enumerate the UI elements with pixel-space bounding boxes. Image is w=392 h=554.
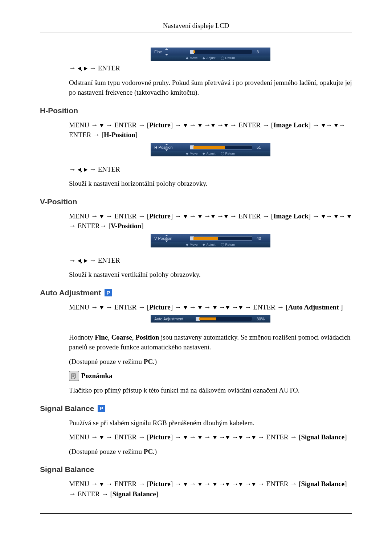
- osd-fine-label: Fine: [154, 50, 185, 54]
- auto-nav-path: MENU → → ENTER → [Picture] → → → → → → E…: [69, 302, 352, 312]
- osd-fine: Fine 3 ◆ Move ◆ Adjust ◯ Return: [151, 48, 270, 61]
- sig2-nav-path: MENU → → ENTER → [Picture] → → → → → → →…: [69, 479, 352, 499]
- pc-mode-badge-icon: P: [105, 289, 112, 296]
- triangle-right-icon: [84, 67, 87, 70]
- heading-h-position: H-Position: [40, 106, 352, 115]
- pc-mode-badge-icon: P: [98, 405, 105, 412]
- osd-vpos-slider: [190, 236, 252, 241]
- osd-hint-bar: ◆ Move ◆ Adjust ◯ Return: [151, 151, 270, 156]
- fine-description: Odstraní šum typu vodorovné pruhy. Pokud…: [69, 78, 352, 98]
- heading-signal-balance-1: Signal Balance P: [40, 404, 352, 413]
- sig1-nav-path: MENU → → ENTER → [Picture] → → → → → → →…: [69, 432, 352, 442]
- osd-auto: Auto Adjustment 30%: [151, 315, 270, 328]
- sig1-availability: (Dostupné pouze v režimu PC.): [69, 447, 352, 457]
- vpos-nav-path: MENU → → ENTER → [Picture] → → → → → ENT…: [69, 211, 352, 231]
- heading-v-position: V-Position: [40, 197, 352, 206]
- osd-auto-value: 30%: [257, 317, 267, 321]
- osd-fine-slider: [190, 50, 252, 54]
- fine-arrow-enter: → , → ENTER: [69, 63, 352, 73]
- osd-vpos-label: V-Position: [154, 236, 185, 241]
- osd-hpos-label: H-Position: [154, 145, 185, 149]
- note-label: Poznámka: [81, 372, 113, 380]
- auto-note-body: Tlačítko pro přímý přístup k této funkci…: [69, 385, 352, 395]
- auto-description: Hodnoty Fine, Coarse, Position jsou nast…: [69, 332, 352, 352]
- page-header-title: Nastavení displeje LCD: [40, 22, 352, 30]
- heading-signal-balance-2: Signal Balance: [40, 465, 352, 474]
- header-rule: [40, 33, 352, 33]
- osd-vpos: V-Position 40 ◆ Move ◆ Adjust ◯ Return: [151, 234, 270, 247]
- auto-availability: (Dostupné pouze v režimu PC.): [69, 357, 352, 367]
- osd-hint-bar: ◆ Move ◆ Adjust ◯ Return: [151, 56, 270, 61]
- hpos-description: Slouží k nastavení horizontální polohy o…: [69, 178, 352, 189]
- note-icon: [69, 371, 79, 381]
- sig1-description: Používá se při slabém signálu RGB přenáš…: [69, 418, 352, 428]
- vpos-arrow-enter: → , → ENTER: [69, 255, 352, 266]
- vpos-description: Slouží k nastavení vertikální polohy obr…: [69, 270, 352, 280]
- osd-hpos-value: 51: [257, 145, 267, 149]
- footer-rule: [40, 513, 352, 514]
- heading-auto-adjustment: Auto Adjustment P: [40, 288, 352, 297]
- note-row: Poznámka: [69, 371, 352, 381]
- hpos-arrow-enter: → , → ENTER: [69, 164, 352, 175]
- osd-auto-label: Auto Adjustment: [154, 317, 191, 321]
- osd-auto-slider: [196, 317, 252, 321]
- osd-hint-bar: ◆ Move ◆ Adjust ◯ Return: [151, 242, 270, 247]
- osd-fine-value: 3: [257, 50, 267, 54]
- osd-hpos: H-Position 51 ◆ Move ◆ Adjust ◯ Return: [151, 143, 270, 156]
- osd-hpos-slider: [190, 145, 252, 149]
- triangle-down-icon: [100, 124, 103, 127]
- hpos-nav-path: MENU → → ENTER → [Picture] → → → → → ENT…: [69, 120, 352, 140]
- osd-vpos-value: 40: [257, 236, 267, 241]
